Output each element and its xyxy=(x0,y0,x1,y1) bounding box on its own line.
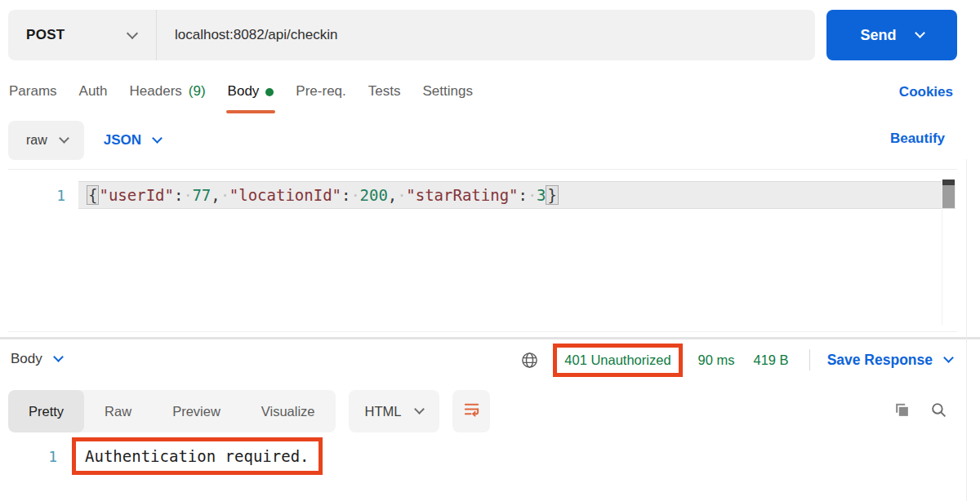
body-type-row: raw JSON xyxy=(8,121,161,160)
editor-scrollbar[interactable] xyxy=(942,180,955,325)
chevron-down-icon xyxy=(53,352,64,362)
whitespace-dot xyxy=(351,186,360,204)
request-tabs: Params Auth Headers (9) Body Pre-req. Te… xyxy=(9,83,473,101)
copy-icon[interactable] xyxy=(893,401,911,419)
chevron-down-icon xyxy=(59,133,69,144)
method-select[interactable]: POST xyxy=(8,10,157,60)
response-size: 419 B xyxy=(751,352,792,368)
code-row: 1 {"userId":77,"locationId":200,"starRat… xyxy=(8,181,559,209)
response-view-tabs: Pretty Raw Preview Visualize xyxy=(8,390,336,432)
code-token: , xyxy=(211,186,220,204)
whitespace-dot xyxy=(183,186,192,204)
url-input[interactable]: localhost:8082/api/checkin xyxy=(157,27,815,43)
tab-body[interactable]: Body xyxy=(228,83,274,101)
response-format-select[interactable]: HTML xyxy=(349,390,440,432)
response-body-text: Authentication required. xyxy=(85,447,310,465)
tab-label: Params xyxy=(9,83,57,100)
code-line: {"userId":77,"locationId":200,"starRatin… xyxy=(87,185,559,205)
tab-params[interactable]: Params xyxy=(9,83,57,101)
panel-edge xyxy=(966,159,967,501)
annotation-box-status: 401 Unauthorized xyxy=(553,344,682,377)
send-label: Send xyxy=(860,27,896,44)
tab-headers[interactable]: Headers (9) xyxy=(130,83,206,101)
response-toolbar: Pretty Raw Preview Visualize HTML xyxy=(8,390,490,432)
wrap-lines-button[interactable] xyxy=(452,390,490,432)
code-token: 77 xyxy=(192,186,211,204)
whitespace-dot xyxy=(528,186,537,204)
wrap-lines-icon xyxy=(462,401,481,422)
vertical-divider xyxy=(809,349,810,370)
language-select[interactable]: JSON xyxy=(104,132,161,149)
code-token: "starRating" xyxy=(406,186,518,204)
chevron-down-icon xyxy=(415,404,425,415)
tab-pretty[interactable]: Pretty xyxy=(8,390,84,432)
tab-visualize[interactable]: Visualize xyxy=(241,390,336,432)
code-token: : xyxy=(174,186,183,204)
tab-label: Pre-req. xyxy=(296,83,345,100)
tab-pre-req[interactable]: Pre-req. xyxy=(296,83,345,101)
response-status: 401 Unauthorized xyxy=(564,352,670,368)
url-text: localhost:8082/api/checkin xyxy=(175,27,337,42)
tab-label: Auth xyxy=(79,83,108,100)
response-time: 90 ms xyxy=(695,352,738,368)
body-type-label: raw xyxy=(26,133,47,148)
code-token: "locationId" xyxy=(229,186,341,204)
code-token: 3 xyxy=(537,186,546,204)
response-body-label: Body xyxy=(11,351,42,367)
request-url-row: POST localhost:8082/api/checkin Send xyxy=(8,10,957,60)
scrollbar-thumb-cap xyxy=(942,180,955,185)
body-type-select[interactable]: raw xyxy=(8,121,84,160)
tab-auth[interactable]: Auth xyxy=(79,83,108,101)
send-button[interactable]: Send xyxy=(826,10,957,60)
method-label: POST xyxy=(26,27,65,43)
tab-label: Headers xyxy=(130,83,182,100)
response-format-label: HTML xyxy=(365,404,402,419)
save-response-button[interactable]: Save Response xyxy=(827,352,933,369)
whitespace-dot xyxy=(397,186,406,204)
code-token: 200 xyxy=(360,186,388,204)
tab-settings[interactable]: Settings xyxy=(422,83,472,101)
code-token: } xyxy=(546,185,558,205)
chevron-down-icon[interactable] xyxy=(943,352,954,363)
beautify-link[interactable]: Beautify xyxy=(890,131,945,147)
annotation-box-response: Authentication required. xyxy=(72,437,323,475)
globe-icon[interactable] xyxy=(520,351,539,370)
language-label: JSON xyxy=(104,132,141,149)
line-number: 1 xyxy=(33,448,57,465)
postman-request-view: POST localhost:8082/api/checkin Send Par… xyxy=(0,0,980,501)
tab-raw[interactable]: Raw xyxy=(84,390,152,432)
code-token: { xyxy=(87,185,99,205)
request-body-editor[interactable]: 1 {"userId":77,"locationId":200,"starRat… xyxy=(8,169,957,332)
code-token: , xyxy=(388,186,397,204)
whitespace-dot xyxy=(220,186,229,204)
line-number: 1 xyxy=(8,187,65,204)
url-bar: POST localhost:8082/api/checkin xyxy=(8,10,815,60)
chevron-down-icon xyxy=(915,28,925,38)
code-token: "userId" xyxy=(99,186,174,204)
response-actions xyxy=(893,401,947,419)
code-token: : xyxy=(519,186,528,204)
chevron-down-icon xyxy=(152,133,163,144)
tab-label: Settings xyxy=(422,83,472,100)
tab-label: Body xyxy=(228,83,260,100)
tab-preview[interactable]: Preview xyxy=(152,390,241,432)
chevron-down-icon xyxy=(127,27,138,38)
tab-tests[interactable]: Tests xyxy=(368,83,401,101)
unsaved-changes-dot xyxy=(265,88,274,96)
scrollbar-thumb[interactable] xyxy=(942,185,955,208)
headers-count: (9) xyxy=(189,83,206,100)
tab-label: Tests xyxy=(368,83,401,100)
request-response-divider[interactable] xyxy=(0,337,980,339)
response-meta: 401 Unauthorized 90 ms 419 B Save Respon… xyxy=(520,340,952,379)
response-body-select[interactable]: Body xyxy=(11,351,62,367)
cookies-link[interactable]: Cookies xyxy=(899,84,953,100)
search-icon[interactable] xyxy=(930,401,947,419)
code-token: : xyxy=(341,186,350,204)
